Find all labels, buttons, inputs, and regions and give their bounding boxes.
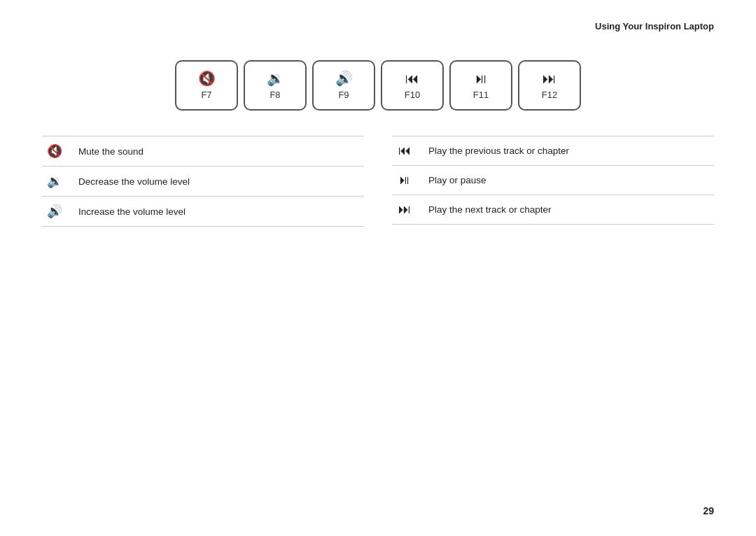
key-box-f11: ⏯F11 — [449, 60, 512, 111]
keys-section: 🔇F7🔉F8🔊F9⏮F10⏯F11⏭F12 — [0, 60, 756, 111]
table-two-col: 🔇Mute the sound🔉Decrease the volume leve… — [42, 136, 714, 227]
table-text-left-1: Decrease the volume level — [78, 176, 190, 187]
key-box-f7: 🔇F7 — [175, 60, 238, 111]
key-icon-f9: 🔊 — [335, 71, 353, 85]
key-box-f8: 🔉F8 — [244, 60, 307, 111]
page-title: Using Your Inspiron Laptop — [595, 21, 714, 31]
key-box-f10: ⏮F10 — [381, 60, 444, 111]
table-left-col: 🔇Mute the sound🔉Decrease the volume leve… — [42, 136, 364, 227]
table-icon-right-1: ⏯ — [392, 173, 417, 188]
table-icon-left-1: 🔉 — [42, 174, 67, 189]
table-icon-right-2: ⏭ — [392, 202, 417, 217]
table-text-left-2: Increase the volume level — [78, 206, 186, 217]
table-text-left-0: Mute the sound — [78, 146, 144, 157]
table-icon-left-0: 🔇 — [42, 143, 67, 159]
key-label-f8: F8 — [270, 90, 280, 100]
key-icon-f11: ⏯ — [474, 71, 488, 85]
key-label-f10: F10 — [405, 90, 420, 100]
table-row-right-2: ⏭Play the next track or chapter — [392, 195, 714, 225]
table-row-right-1: ⏯Play or pause — [392, 165, 714, 195]
page-number: 29 — [703, 505, 714, 516]
key-label-f7: F7 — [201, 90, 211, 100]
page-header: Using Your Inspiron Laptop — [0, 0, 756, 32]
table-right-col: ⏮Play the previous track or chapter⏯Play… — [392, 136, 714, 227]
key-icon-f7: 🔇 — [198, 71, 216, 85]
key-label-f9: F9 — [338, 90, 349, 100]
key-box-f9: 🔊F9 — [312, 60, 375, 111]
table-text-right-2: Play the next track or chapter — [428, 204, 552, 215]
table-row-right-0: ⏮Play the previous track or chapter — [392, 136, 714, 165]
table-row-left-2: 🔊Increase the volume level — [42, 196, 364, 227]
table-icon-right-0: ⏮ — [392, 143, 417, 158]
table-text-right-1: Play or pause — [428, 175, 486, 185]
key-label-f11: F11 — [473, 90, 489, 100]
table-row-left-1: 🔉Decrease the volume level — [42, 166, 364, 196]
table-section: 🔇Mute the sound🔉Decrease the volume leve… — [42, 136, 714, 227]
table-text-right-0: Play the previous track or chapter — [428, 146, 569, 156]
table-row-left-0: 🔇Mute the sound — [42, 136, 364, 166]
table-icon-left-2: 🔊 — [42, 204, 67, 219]
key-label-f12: F12 — [542, 90, 557, 100]
key-icon-f10: ⏮ — [405, 71, 419, 85]
key-box-f12: ⏭F12 — [518, 60, 581, 111]
key-icon-f8: 🔉 — [267, 71, 284, 85]
key-icon-f12: ⏭ — [542, 71, 556, 85]
